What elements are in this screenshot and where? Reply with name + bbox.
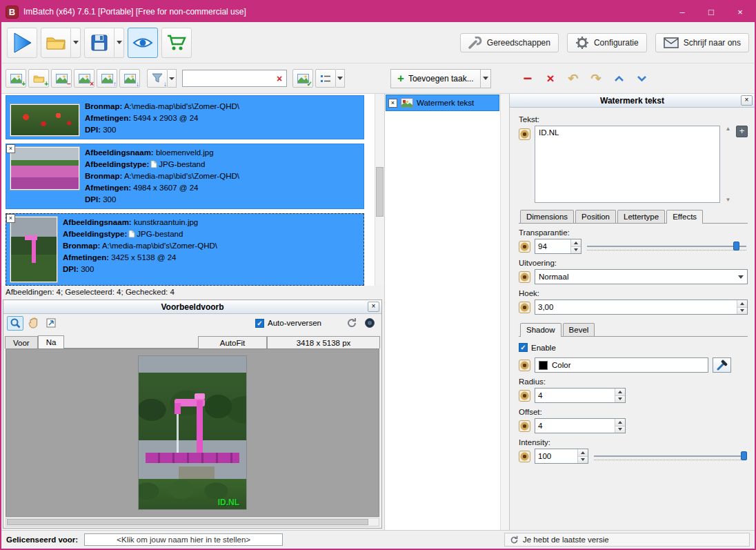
tab-before[interactable]: Voor: [5, 336, 38, 348]
radius-input[interactable]: [535, 389, 615, 402]
tab-after[interactable]: Na: [38, 335, 65, 348]
sort-dropdown-button[interactable]: [168, 69, 177, 88]
view-mode-dropdown-button[interactable]: [336, 69, 345, 88]
clear-search-button[interactable]: ×: [272, 73, 286, 84]
actual-size-button[interactable]: [43, 316, 59, 331]
spin-down-button[interactable]: [571, 246, 581, 254]
spin-down-button[interactable]: [615, 426, 625, 433]
tab-position[interactable]: Position: [575, 210, 616, 223]
parameter-eye-icon[interactable]: [519, 420, 530, 432]
remove-image-button[interactable]: −: [51, 69, 72, 88]
search-input[interactable]: [183, 70, 272, 86]
transparency-slider[interactable]: [586, 240, 748, 253]
spin-up-button[interactable]: [571, 239, 581, 246]
intensity-slider[interactable]: [593, 450, 748, 462]
task-list-scrollbar[interactable]: [500, 94, 509, 530]
list-item[interactable]: × Afbeeldingsnaam: bloemenveld.jpg Afbee…: [6, 144, 364, 209]
preview-background-button[interactable]: [361, 316, 378, 331]
version-panel[interactable]: Je hebt de laatste versie: [504, 533, 750, 547]
parameter-eye-icon[interactable]: [519, 451, 530, 462]
save-dropdown-button[interactable]: [115, 28, 124, 58]
list-item[interactable]: × Afbeeldingsnaam: kunstkraantuin.jpg Af…: [6, 213, 364, 286]
spin-up-button[interactable]: [578, 449, 588, 456]
parameter-eye-icon[interactable]: [519, 360, 530, 371]
scrollbar-thumb[interactable]: [7, 519, 368, 525]
transparency-input[interactable]: [535, 239, 570, 253]
task-item[interactable]: × Watermerk tekst: [386, 95, 499, 111]
item-checkbox[interactable]: ×: [6, 214, 15, 223]
output-select[interactable]: Normaal: [535, 269, 748, 284]
move-down-button[interactable]: ↓: [119, 69, 140, 88]
minimize-button[interactable]: –: [668, 1, 697, 22]
tab-effects[interactable]: Effects: [666, 210, 703, 224]
task-checkbox[interactable]: ×: [388, 99, 397, 108]
color-picker-button[interactable]: [713, 357, 731, 373]
tools-button[interactable]: Gereedschappen: [460, 33, 559, 52]
preview-canvas[interactable]: ID.NL: [6, 348, 379, 517]
image-list-scrollbar[interactable]: [375, 94, 384, 286]
zoom-button[interactable]: [7, 316, 23, 331]
remove-task-button[interactable]: −: [518, 70, 537, 88]
autofit-button[interactable]: AutoFit: [198, 336, 267, 348]
spin-down-button[interactable]: [737, 307, 747, 315]
license-input[interactable]: [84, 533, 283, 546]
open-dropdown-button[interactable]: [71, 28, 81, 58]
preview-toggle-button[interactable]: [128, 28, 158, 58]
auto-refresh-checkbox[interactable]: ✓ Auto-verversen: [255, 319, 321, 328]
run-tasks-button[interactable]: [7, 28, 37, 58]
add-folder-button[interactable]: +: [28, 69, 49, 88]
sort-button[interactable]: ↓: [147, 69, 168, 88]
contact-button[interactable]: Schrijf naar ons: [655, 33, 749, 52]
tab-shadow[interactable]: Shadow: [520, 323, 561, 337]
parameter-eye-icon[interactable]: [519, 128, 530, 140]
offset-input[interactable]: [535, 419, 615, 433]
task-down-button[interactable]: [632, 70, 651, 88]
spin-down-button[interactable]: [578, 456, 588, 464]
preview-close-button[interactable]: ×: [368, 302, 379, 312]
view-mode-button[interactable]: [315, 69, 336, 88]
slider-thumb[interactable]: [733, 242, 739, 251]
open-button[interactable]: [41, 28, 71, 58]
spin-up-button[interactable]: [615, 419, 625, 426]
shop-button[interactable]: [161, 28, 192, 58]
remove-all-button[interactable]: ×: [74, 69, 94, 88]
preview-hscrollbar[interactable]: [6, 518, 379, 527]
add-images-button[interactable]: +: [6, 69, 26, 88]
close-button[interactable]: ×: [726, 1, 755, 22]
tab-lettertype[interactable]: Lettertype: [617, 210, 665, 223]
maximize-button[interactable]: □: [697, 1, 726, 22]
redo-button[interactable]: ↷: [586, 70, 606, 88]
parameter-eye-icon[interactable]: [519, 271, 530, 283]
enable-checkbox[interactable]: ✓ Enable: [519, 343, 556, 352]
parameter-eye-icon[interactable]: [519, 390, 530, 402]
add-text-line-button[interactable]: +: [736, 126, 748, 137]
save-button[interactable]: [84, 28, 115, 58]
spin-up-button[interactable]: [615, 389, 625, 395]
parameter-eye-icon[interactable]: [519, 241, 530, 253]
move-up-button[interactable]: ↑: [97, 69, 117, 88]
angle-input[interactable]: [535, 300, 737, 314]
parameter-eye-icon[interactable]: [519, 302, 530, 313]
settings-close-button[interactable]: ×: [741, 95, 753, 106]
item-checkbox[interactable]: ×: [6, 144, 15, 153]
watermark-text-input[interactable]: ID.NL: [535, 126, 720, 203]
scroll-down-icon[interactable]: ▼: [726, 197, 731, 203]
shadow-color-select[interactable]: Color: [535, 357, 708, 373]
remove-all-tasks-button[interactable]: ×: [541, 70, 560, 88]
scrollbar-thumb[interactable]: [376, 167, 384, 217]
tab-bevel[interactable]: Bevel: [563, 323, 595, 336]
task-up-button[interactable]: [609, 70, 628, 88]
spin-up-button[interactable]: [737, 300, 747, 307]
slider-thumb[interactable]: [741, 451, 747, 460]
pan-button[interactable]: [25, 316, 41, 331]
undo-button[interactable]: ↶: [564, 70, 583, 88]
refresh-button[interactable]: [344, 316, 360, 331]
check-images-button[interactable]: ✓: [292, 69, 313, 88]
configuration-button[interactable]: Configuratie: [567, 33, 647, 52]
intensity-input[interactable]: [535, 449, 577, 463]
add-task-button[interactable]: + Toevoegen taak...: [390, 69, 481, 88]
spin-down-button[interactable]: [615, 395, 625, 403]
add-task-dropdown-button[interactable]: [481, 69, 491, 88]
titlebar[interactable]: B ImBatch (x64) 7.6.1 [Portable] [Free f…: [1, 1, 755, 22]
scroll-up-icon[interactable]: ▲: [726, 126, 731, 132]
